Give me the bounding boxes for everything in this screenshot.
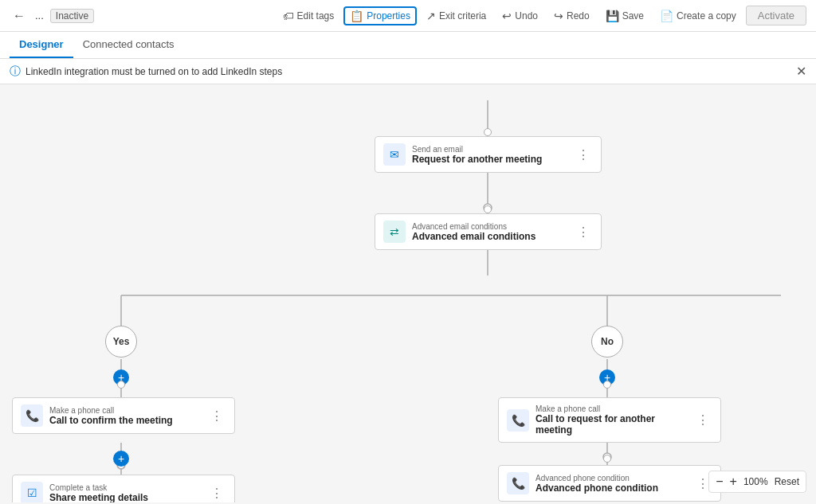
zoom-level: 100%: [743, 476, 768, 487]
tag-icon: 🏷: [283, 10, 294, 22]
redo-icon: ↪: [554, 10, 563, 22]
right-phone-type: Make a phone call: [536, 404, 687, 413]
edit-tags-button[interactable]: 🏷 Edit tags: [277, 6, 341, 25]
phone-condition-node[interactable]: 📞 Advanced phone condition Advanced phon…: [498, 465, 721, 502]
left-phone-content: Make a phone call Call to confirm the me…: [49, 406, 201, 426]
phone-left-icon: 📞: [21, 404, 43, 427]
email-condition-name: Advanced email conditions: [412, 231, 567, 242]
back-button[interactable]: ←: [10, 6, 29, 26]
activate-button[interactable]: Activate: [746, 6, 806, 25]
right-circle-2: [603, 455, 611, 463]
zoom-controls: − + 100% Reset: [708, 471, 806, 493]
left-phone-name: Call to confirm the meeting: [49, 415, 201, 426]
exit-criteria-button[interactable]: ↗ Exit criteria: [420, 6, 492, 25]
left-phone-type: Make a phone call: [49, 406, 201, 415]
exit-criteria-icon: ↗: [426, 10, 436, 22]
phone-condition-type: Advanced phone condition: [536, 474, 687, 483]
right-phone-name: Call to request for another meeting: [536, 413, 687, 436]
task-name: Share meeting details: [49, 492, 201, 503]
undo-button[interactable]: ↩ Undo: [496, 6, 544, 25]
task-menu[interactable]: ⋮: [207, 484, 226, 502]
email-condition-menu[interactable]: ⋮: [574, 223, 593, 241]
tabs: Designer Connected contacts: [0, 32, 816, 59]
phone-condition-icon: 📞: [507, 472, 529, 494]
right-phone-call-node[interactable]: 📞 Make a phone call Call to request for …: [498, 397, 721, 443]
reset-zoom-button[interactable]: Reset: [775, 476, 799, 487]
right-phone-menu[interactable]: ⋮: [693, 411, 712, 429]
tab-designer[interactable]: Designer: [10, 32, 73, 58]
save-icon: 💾: [606, 10, 619, 22]
redo-button[interactable]: ↪ Redo: [547, 6, 596, 25]
topbar: ← ... Inactive 🏷 Edit tags 📋 Properties …: [0, 0, 816, 32]
properties-icon: 📋: [350, 10, 363, 22]
send-email-menu[interactable]: ⋮: [574, 146, 593, 164]
yes-branch: Yes: [105, 326, 137, 357]
left-plus-button-2[interactable]: +: [113, 451, 129, 467]
topbar-actions: 🏷 Edit tags 📋 Properties ↗ Exit criteria…: [277, 6, 806, 25]
left-phone-menu[interactable]: ⋮: [207, 407, 226, 425]
right-phone-content: Make a phone call Call to request for an…: [536, 404, 687, 436]
task-node[interactable]: ☑ Complete a task Share meeting details …: [12, 475, 235, 502]
email-condition-node[interactable]: ⇄ Advanced email conditions Advanced ema…: [375, 213, 602, 250]
create-copy-button[interactable]: 📄 Create a copy: [653, 6, 743, 25]
phone-right-icon: 📞: [507, 409, 529, 432]
status-badge: Inactive: [50, 9, 94, 23]
top-circle: [484, 128, 492, 136]
topbar-left: ← ... Inactive: [10, 6, 94, 26]
email-condition-type: Advanced email conditions: [412, 222, 567, 231]
properties-button[interactable]: 📋 Properties: [343, 6, 417, 25]
send-email-type: Send an email: [412, 145, 567, 154]
copy-icon: 📄: [660, 10, 673, 22]
save-button[interactable]: 💾 Save: [599, 6, 650, 25]
condition-icon: ⇄: [383, 221, 406, 243]
phone-condition-content: Advanced phone condition Advanced phone …: [536, 474, 687, 494]
mid-circle-1: [484, 205, 492, 213]
app-name: ...: [35, 10, 44, 21]
zoom-out-button[interactable]: −: [716, 475, 723, 489]
send-email-content: Send an email Request for another meetin…: [412, 145, 567, 165]
canvas: ✉ Send an email Request for another meet…: [0, 84, 816, 502]
phone-condition-name: Advanced phone condition: [536, 483, 687, 494]
email-condition-content: Advanced email conditions Advanced email…: [412, 222, 567, 242]
right-circle: [603, 381, 611, 389]
undo-icon: ↩: [502, 10, 512, 22]
tab-connected-contacts[interactable]: Connected contacts: [73, 32, 184, 58]
info-banner: ⓘ LinkedIn integration must be turned on…: [0, 59, 816, 84]
info-icon: ⓘ: [10, 64, 21, 79]
banner-text: LinkedIn integration must be turned on t…: [26, 66, 282, 77]
left-phone-call-node[interactable]: 📞 Make a phone call Call to confirm the …: [12, 397, 235, 434]
send-email-node[interactable]: ✉ Send an email Request for another meet…: [375, 136, 602, 173]
no-branch: No: [591, 326, 623, 357]
left-circle: [117, 381, 125, 389]
task-icon: ☑: [21, 482, 43, 502]
send-email-name: Request for another meeting: [412, 154, 567, 165]
email-icon: ✉: [383, 143, 406, 166]
close-banner-button[interactable]: ✕: [796, 64, 806, 79]
task-content: Complete a task Share meeting details: [49, 483, 201, 503]
zoom-in-button[interactable]: +: [730, 475, 737, 489]
task-type: Complete a task: [49, 483, 201, 492]
